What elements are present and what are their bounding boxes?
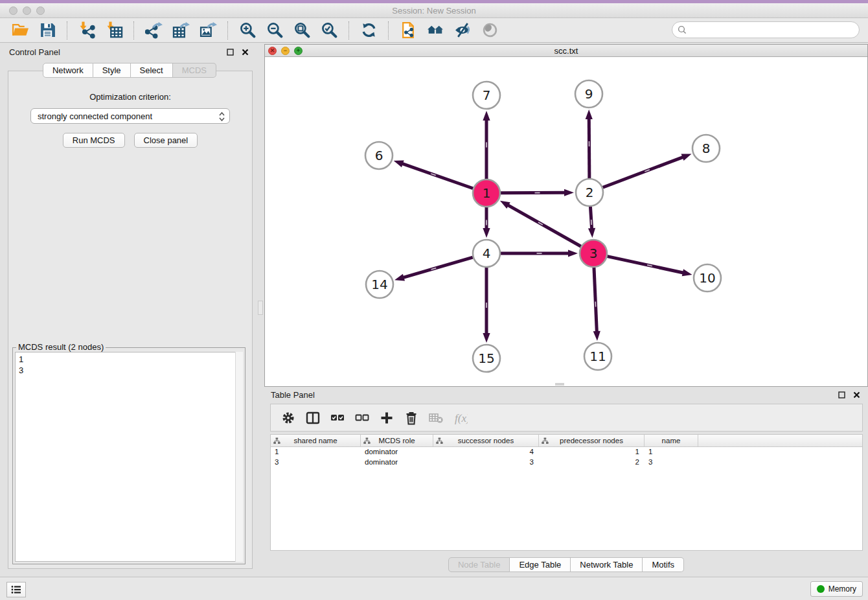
- cell-MCDS-role[interactable]: dominator: [361, 457, 433, 468]
- cell-name[interactable]: 1: [645, 447, 698, 457]
- zoom-fit-icon[interactable]: [291, 20, 313, 41]
- export-network-icon[interactable]: [143, 20, 165, 41]
- graph-node-8[interactable]: 8: [692, 135, 720, 162]
- toggle-visibility-disabled-icon[interactable]: [479, 20, 501, 41]
- mcds-result-list[interactable]: 1 3: [15, 352, 243, 562]
- graph-node-10[interactable]: 10: [694, 264, 721, 292]
- column-header-predecessor-nodes[interactable]: predecessor nodes: [539, 435, 645, 446]
- graph-node-4[interactable]: 4: [473, 240, 500, 267]
- graph-edge-3-1[interactable]: [500, 201, 581, 246]
- cell-successor-nodes[interactable]: 4: [433, 447, 539, 457]
- tab-network-table[interactable]: Network Table: [571, 557, 643, 572]
- duplicate-network-icon[interactable]: [397, 20, 419, 41]
- table-panel-title: Table Panel: [271, 390, 832, 400]
- cell-shared-name[interactable]: 3: [271, 457, 361, 468]
- column-header-name[interactable]: name: [645, 435, 698, 446]
- graph-edge-4-15[interactable]: [483, 268, 490, 343]
- graph-edge-4-14[interactable]: [394, 257, 473, 281]
- graph-edge-1-2[interactable]: [501, 189, 574, 196]
- graph-node-9[interactable]: 9: [575, 80, 602, 108]
- graph-edge-1-7[interactable]: [483, 111, 490, 179]
- network-canvas[interactable]: 7968124314101511: [265, 57, 867, 386]
- tab-network[interactable]: Network: [43, 63, 93, 78]
- close-table-panel-icon[interactable]: [851, 389, 862, 400]
- select-all-icon[interactable]: [325, 406, 350, 430]
- tab-style[interactable]: Style: [93, 63, 131, 78]
- tab-select[interactable]: Select: [131, 63, 173, 78]
- graph-node-15[interactable]: 15: [473, 345, 500, 372]
- table-row-2[interactable]: 3dominator323: [271, 457, 862, 468]
- float-panel-icon[interactable]: [225, 47, 235, 57]
- add-row-icon[interactable]: [374, 406, 399, 430]
- cell-shared-name[interactable]: 1: [271, 447, 361, 457]
- cell-successor-nodes[interactable]: 3: [433, 457, 539, 468]
- export-image-icon[interactable]: [197, 20, 219, 41]
- graph-node-14[interactable]: 14: [366, 271, 393, 298]
- column-header-shared-name[interactable]: shared name: [271, 435, 361, 446]
- tab-edge-table[interactable]: Edge Table: [510, 557, 571, 572]
- cell-predecessor-nodes[interactable]: 1: [539, 447, 645, 457]
- table-settings-icon[interactable]: [276, 406, 301, 430]
- graph-node-3[interactable]: 3: [580, 240, 607, 267]
- unselect-all-icon[interactable]: [350, 406, 374, 430]
- column-header-MCDS-role[interactable]: MCDS role: [361, 435, 433, 446]
- column-header-successor-nodes[interactable]: successor nodes: [433, 435, 539, 446]
- task-history-button[interactable]: [6, 582, 26, 597]
- close-panel-button[interactable]: Close panel: [134, 133, 198, 148]
- cell-predecessor-nodes[interactable]: 2: [539, 457, 645, 468]
- graph-edge-2-9[interactable]: [586, 110, 593, 178]
- mcds-result-title: MCDS result (2 nodes): [16, 342, 106, 352]
- memory-button[interactable]: Memory: [810, 581, 863, 597]
- graph-edge-2-3[interactable]: [588, 207, 595, 238]
- zoom-out-icon[interactable]: [264, 20, 286, 41]
- save-session-icon[interactable]: [36, 20, 58, 41]
- graph-edge-1-4[interactable]: [483, 207, 490, 238]
- result-scrollbar[interactable]: [235, 352, 243, 562]
- tab-motifs[interactable]: Motifs: [643, 557, 684, 572]
- apply-layout-icon[interactable]: [358, 20, 380, 41]
- os-titlebar: Session: New Session: [0, 3, 868, 18]
- export-table-icon[interactable]: [170, 20, 192, 41]
- svg-text:10: 10: [699, 270, 715, 286]
- float-table-panel-icon[interactable]: [836, 389, 847, 400]
- toolbar-separator: [388, 21, 389, 40]
- graph-edge-4-3[interactable]: [501, 249, 578, 257]
- column-type-icon: [363, 437, 371, 444]
- network-frame-titlebar[interactable]: ✕ − + scc.txt: [265, 45, 867, 57]
- graph-edge-1-6[interactable]: [394, 161, 474, 189]
- show-style-icon[interactable]: [451, 20, 474, 41]
- import-network-icon[interactable]: [76, 20, 98, 41]
- delete-row-icon[interactable]: [399, 406, 424, 430]
- cell-MCDS-role[interactable]: dominator: [361, 447, 433, 457]
- tab-node-table[interactable]: Node Table: [448, 557, 510, 572]
- import-table-icon[interactable]: [103, 20, 125, 41]
- close-panel-icon[interactable]: [240, 47, 250, 57]
- search-input[interactable]: [690, 25, 854, 36]
- horizontal-splitter-handle[interactable]: [555, 383, 564, 386]
- graph-node-7[interactable]: 7: [473, 82, 500, 109]
- graph-node-11[interactable]: 11: [584, 343, 611, 370]
- first-neighbors-icon[interactable]: [424, 20, 446, 41]
- optimization-criterion-label: Optimization criterion:: [8, 92, 252, 102]
- cell-name[interactable]: 3: [645, 457, 698, 468]
- run-mcds-button[interactable]: Run MCDS: [63, 133, 125, 148]
- open-session-icon[interactable]: [9, 20, 31, 41]
- vertical-splitter[interactable]: [257, 44, 264, 577]
- graph-edge-2-8[interactable]: [603, 154, 692, 187]
- svg-text:8: 8: [702, 141, 711, 156]
- splitter-handle[interactable]: [258, 301, 263, 315]
- optimization-criterion-select[interactable]: strongly connected component: [30, 108, 230, 124]
- table-row-1[interactable]: 1dominator411: [271, 447, 862, 457]
- svg-text:14: 14: [371, 277, 387, 292]
- graph-edge-3-11[interactable]: [593, 268, 600, 341]
- zoom-in-icon[interactable]: [236, 20, 258, 41]
- graph-node-1[interactable]: 1: [473, 179, 500, 207]
- svg-text:9: 9: [585, 86, 593, 102]
- search-icon: [678, 25, 687, 34]
- zoom-selected-icon[interactable]: [318, 20, 340, 41]
- graph-edge-3-10[interactable]: [608, 257, 692, 277]
- split-view-icon[interactable]: [301, 406, 325, 430]
- graph-node-2[interactable]: 2: [576, 179, 603, 206]
- graph-node-6[interactable]: 6: [365, 142, 393, 169]
- tab-mcds[interactable]: MCDS: [173, 63, 216, 78]
